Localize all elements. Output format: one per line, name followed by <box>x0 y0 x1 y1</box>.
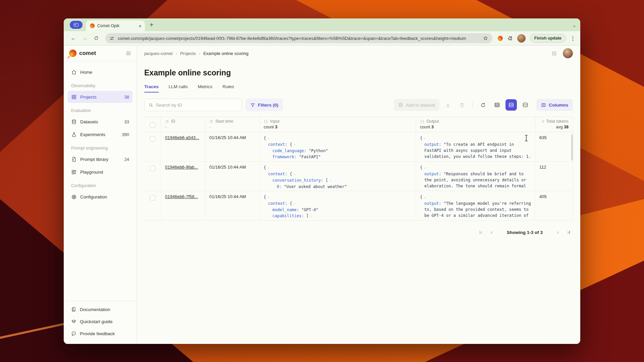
pagination-next-button[interactable]: › <box>553 228 562 237</box>
breadcrumb-item[interactable]: Projects <box>180 51 196 56</box>
expand-chevron-icon[interactable] <box>329 177 331 183</box>
apps-grid-icon[interactable] <box>552 51 557 56</box>
column-header-input[interactable]: {}Input count 3 <box>260 117 416 132</box>
sidebar-item-count: 390 <box>122 132 129 137</box>
trace-id-link[interactable]: 01946eb6-7f58... <box>165 194 198 199</box>
trace-total-tokens: 635 <box>535 132 573 161</box>
row-height-large-icon <box>522 102 528 108</box>
expand-chevron-icon[interactable] <box>424 135 426 141</box>
tab-rules[interactable]: Rules <box>222 84 234 93</box>
row-height-small-button[interactable] <box>491 99 503 111</box>
trace-output-cell: { output:"Responses should be brief and … <box>416 162 535 191</box>
tab-title: Comet Opik <box>97 23 136 28</box>
sidebar-item-label: Quickstart guide <box>80 319 113 324</box>
dataset-database-icon <box>398 103 403 108</box>
tab-group-icon <box>74 23 78 26</box>
row-height-medium-button[interactable] <box>505 99 517 111</box>
expand-chevron-icon[interactable] <box>310 213 312 219</box>
select-all-checkbox[interactable] <box>150 122 155 128</box>
bookmark-star-icon[interactable] <box>483 36 488 41</box>
expand-chevron-icon[interactable] <box>293 171 296 177</box>
flask-icon <box>71 132 77 137</box>
app-header-right <box>552 48 573 58</box>
sidebar-item-datasets[interactable]: Datasets 33 <box>68 116 132 128</box>
sidebar-item-quickstart-guide[interactable]: Quickstart guide <box>68 316 132 327</box>
url-text[interactable]: comet.com/opik/jacques-comet/projects/01… <box>118 36 479 41</box>
braces-icon: {} <box>420 119 424 124</box>
main-content: jacques-comet › Projects › Example onlin… <box>137 46 580 344</box>
delete-button[interactable] <box>456 99 468 111</box>
comet-extension-icon[interactable] <box>498 36 503 41</box>
sidebar-item-configuration[interactable]: Configuration <box>68 191 132 203</box>
forward-button[interactable]: → <box>80 33 90 43</box>
back-button[interactable]: ← <box>68 33 78 43</box>
expand-chevron-icon[interactable] <box>424 164 426 170</box>
sidebar-item-prompt-library[interactable]: Prompt library 24 <box>68 153 132 165</box>
prompt-file-icon <box>71 157 77 162</box>
add-to-dataset-button[interactable]: Add to dataset <box>394 99 439 111</box>
json-bracket: [ <box>306 214 309 218</box>
user-avatar[interactable] <box>563 48 573 58</box>
browser-menu-icon[interactable]: ⋮ <box>570 35 576 42</box>
trace-id-link[interactable]: 01946eb6-a543... <box>165 135 199 140</box>
tab-metrics[interactable]: Metrics <box>198 84 213 93</box>
export-button[interactable] <box>442 99 453 111</box>
refresh-button[interactable] <box>477 99 489 111</box>
browser-profile-avatar[interactable] <box>517 34 526 43</box>
tab-llm-calls[interactable]: LLM calls <box>169 84 188 93</box>
expand-chevron-icon[interactable] <box>267 135 269 141</box>
clock-icon <box>209 119 213 123</box>
table-row[interactable]: 01946eb6-9fab... 01/16/25 10:44 AM { con… <box>144 162 573 191</box>
pagination-prev-button[interactable]: ‹ <box>487 228 496 237</box>
sidebar-item-projects[interactable]: Projects 38 <box>68 91 132 103</box>
table-row[interactable]: 01946eb6-7f58... 01/16/25 10:44 AM { con… <box>144 191 573 221</box>
expand-chevron-icon[interactable] <box>424 194 426 200</box>
column-header-output[interactable]: {}Output count 3 <box>416 117 535 132</box>
sidebar-item-documentation[interactable]: Documentation <box>68 304 132 315</box>
column-header-id[interactable]: ID - <box>161 117 205 132</box>
column-label: Output <box>426 119 439 124</box>
reload-button[interactable] <box>91 33 101 43</box>
row-checkbox[interactable] <box>150 195 155 200</box>
column-aggregate: - <box>165 125 201 129</box>
tab-close-icon[interactable]: × <box>139 23 142 28</box>
row-height-large-button[interactable] <box>520 99 531 111</box>
tab-group-pill[interactable] <box>70 21 83 29</box>
site-settings-icon[interactable] <box>109 36 114 41</box>
trash-icon <box>459 102 465 108</box>
sidebar-item-home[interactable]: Home <box>68 66 132 78</box>
browser-tab[interactable]: Comet Opik × <box>86 20 145 31</box>
table-scrollbar-thumb[interactable] <box>571 134 573 161</box>
collapse-sidebar-button[interactable] <box>126 51 131 56</box>
finish-update-button[interactable]: Finish update <box>530 34 566 43</box>
trace-id-link[interactable]: 01946eb6-9fab... <box>165 165 198 170</box>
sidebar-item-experiments[interactable]: Experiments 390 <box>68 128 132 140</box>
url-bar[interactable]: comet.com/opik/jacques-comet/projects/01… <box>105 33 492 43</box>
trace-output-cell: { output:"To create an API endpoint in F… <box>416 132 535 161</box>
sidebar-item-label: Prompt library <box>80 157 108 162</box>
row-checkbox[interactable] <box>150 166 155 171</box>
tab-search-chevron-icon[interactable]: ⌄ <box>573 23 576 28</box>
filters-button[interactable]: Filters (0) <box>246 99 283 111</box>
pagination-last-button[interactable]: › <box>564 228 573 237</box>
expand-chevron-icon[interactable] <box>267 164 269 170</box>
expand-chevron-icon[interactable] <box>267 194 269 200</box>
breadcrumb-item[interactable]: jacques-comet <box>144 51 173 56</box>
column-header-start-time[interactable]: Start time - <box>205 117 260 132</box>
sidebar-item-label: Home <box>80 70 92 75</box>
row-checkbox[interactable] <box>150 136 155 141</box>
add-to-dataset-label: Add to dataset <box>406 103 435 108</box>
new-tab-button[interactable]: + <box>150 21 154 28</box>
columns-button[interactable]: Columns <box>536 99 573 111</box>
table-row[interactable]: 01946eb6-a543... 01/16/25 10:44 AM { con… <box>144 132 573 162</box>
sidebar-item-playground[interactable]: Playground <box>68 166 132 178</box>
sidebar-item-provide-feedback[interactable]: ? Provide feedback <box>68 328 132 339</box>
column-header-total-tokens[interactable]: #Total tokens avg 38 <box>535 117 573 132</box>
tab-traces[interactable]: Traces <box>144 84 159 93</box>
search-input[interactable] <box>156 103 238 108</box>
expand-chevron-icon[interactable] <box>293 200 296 206</box>
expand-chevron-icon[interactable] <box>293 141 296 147</box>
extensions-puzzle-icon[interactable] <box>507 36 513 41</box>
pagination-first-button[interactable]: ‹ <box>477 228 485 237</box>
sidebar-item-label: Projects <box>80 95 97 100</box>
